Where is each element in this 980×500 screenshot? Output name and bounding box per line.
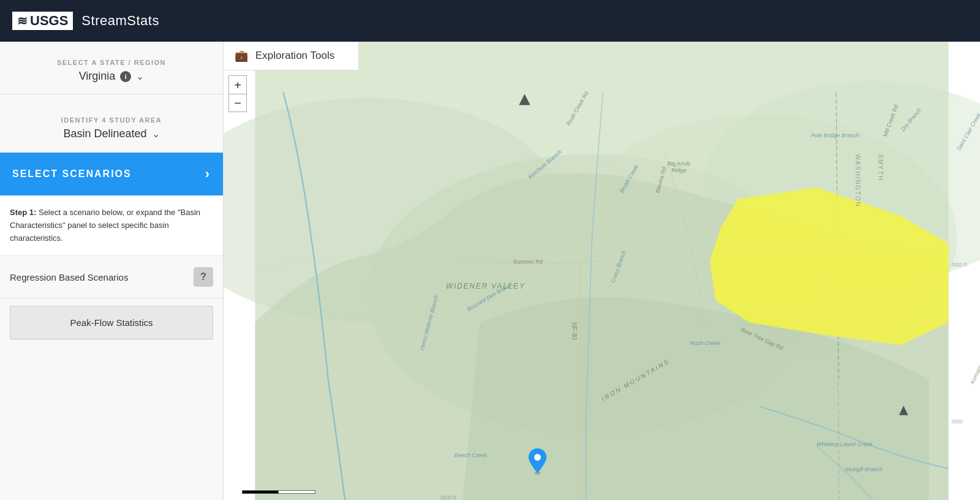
exploration-tools-panel: 💼 Exploration Tools xyxy=(224,42,358,70)
usgs-logo: ≋ USGS xyxy=(12,12,73,30)
zoom-in-button[interactable]: + xyxy=(228,75,247,94)
regression-section: Regression Based Scenarios ? xyxy=(0,256,223,298)
map-svg[interactable]: WIDENER VALLEY Ketchum Branch Brush Cree… xyxy=(224,42,980,500)
divider-1 xyxy=(0,94,223,94)
state-chevron-icon[interactable]: ⌄ xyxy=(136,70,144,82)
sidebar: SELECT A STATE / REGION Virginia i ⌄ IDE… xyxy=(0,42,224,500)
identify-study-area-label: IDENTIFY 4 STUDY AREA xyxy=(0,116,223,124)
regression-help-button[interactable]: ? xyxy=(194,267,213,287)
exploration-tools-label: Exploration Tools xyxy=(255,50,334,62)
svg-text:3000 ft: 3000 ft xyxy=(951,262,967,268)
svg-text:Big Knob: Big Knob xyxy=(668,161,690,167)
study-area-value-row: Basin Delineated ⌄ xyxy=(0,127,223,140)
select-scenarios-button[interactable]: SELECT SCENARIOS › xyxy=(0,153,223,195)
regression-label: Regression Based Scenarios xyxy=(10,272,128,282)
state-value-row: Virginia i ⌄ xyxy=(0,70,223,83)
svg-text:Stuirgill Branch: Stuirgill Branch xyxy=(845,466,883,472)
svg-text:2500 ft: 2500 ft xyxy=(440,495,456,500)
logo-area: ≋ USGS StreamStats xyxy=(12,12,159,30)
zoom-out-button[interactable]: − xyxy=(228,94,247,112)
app-title: StreamStats xyxy=(81,13,159,29)
study-area-chevron-icon[interactable]: ⌄ xyxy=(152,128,160,140)
svg-text:Rush Creek: Rush Creek xyxy=(690,340,720,346)
peak-flow-button[interactable]: Peak-Flow Statistics xyxy=(10,306,213,339)
svg-text:Whitetop Laurel Creek: Whitetop Laurel Creek xyxy=(816,441,873,447)
usgs-text: USGS xyxy=(30,14,68,28)
app-header: ≋ USGS StreamStats xyxy=(0,0,980,42)
step-description: Step 1: Select a scenario below, or expa… xyxy=(0,195,223,256)
svg-text:Pole Bridge Branch: Pole Bridge Branch xyxy=(811,132,859,138)
svg-text:NF-90: NF-90 xyxy=(571,322,578,339)
map-container: 💼 Exploration Tools + − xyxy=(224,42,980,500)
step-text: Select a scenario below, or expand the "… xyxy=(10,208,200,243)
select-scenarios-label: SELECT SCENARIOS xyxy=(12,169,132,180)
step-label: Step 1: xyxy=(10,208,36,217)
select-state-label: SELECT A STATE / REGION xyxy=(0,59,223,66)
svg-text:SMYTH: SMYTH xyxy=(877,154,884,181)
zoom-controls: + − xyxy=(228,75,247,112)
select-scenarios-chevron-icon: › xyxy=(205,166,211,182)
svg-text:Ridge: Ridge xyxy=(672,167,687,173)
svg-text:Beech Creek: Beech Creek xyxy=(454,452,487,458)
svg-text:WASHINGTON: WASHINGTON xyxy=(854,154,861,207)
study-area-value: Basin Delineated xyxy=(63,127,146,140)
scale-bar xyxy=(242,490,315,494)
info-icon[interactable]: i xyxy=(120,71,131,82)
briefcase-icon: 💼 xyxy=(235,49,248,63)
main-content: SELECT A STATE / REGION Virginia i ⌄ IDE… xyxy=(0,42,980,500)
svg-text:3000: 3000 xyxy=(951,419,963,425)
svg-text:Kornarock Rd: Kornarock Rd xyxy=(970,351,980,385)
usgs-waves-icon: ≋ xyxy=(17,15,28,27)
state-value: Virginia xyxy=(79,70,116,83)
svg-point-43 xyxy=(534,454,541,461)
svg-text:Bartown Rd: Bartown Rd xyxy=(513,259,543,265)
